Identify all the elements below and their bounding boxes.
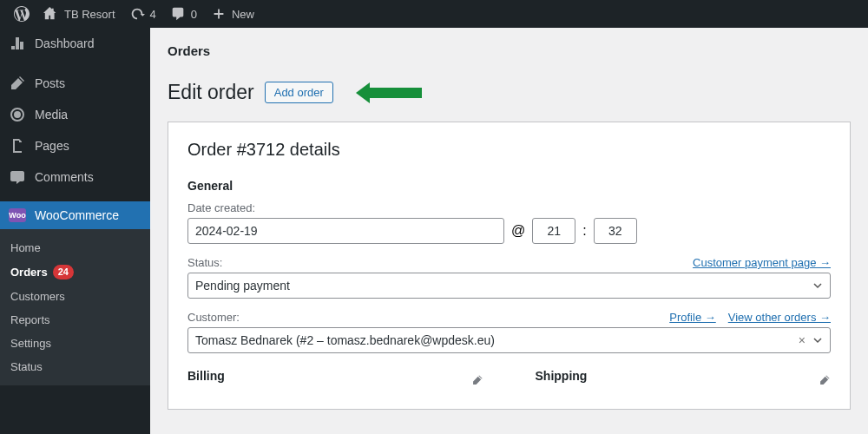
add-order-button[interactable]: Add order <box>265 82 333 103</box>
date-created-label: Date created: <box>187 201 831 214</box>
submenu-settings[interactable]: Settings <box>0 332 150 355</box>
customer-label: Customer: <box>187 311 240 324</box>
order-details-panel: Order #3712 details General Date created… <box>168 122 851 410</box>
menu-woocommerce[interactable]: Woo WooCommerce <box>0 201 150 229</box>
page-title: Edit order <box>168 81 254 104</box>
chevron-down-icon <box>812 335 823 345</box>
wp-logo[interactable] <box>7 0 36 28</box>
submenu-home[interactable]: Home <box>0 236 150 260</box>
hour-input[interactable] <box>532 218 575 244</box>
updates[interactable]: 4 <box>122 0 163 28</box>
breadcrumb: Orders <box>168 43 851 58</box>
date-created-input[interactable] <box>187 218 504 244</box>
edit-shipping-icon[interactable] <box>819 374 831 386</box>
status-label: Status: <box>187 256 222 269</box>
clear-customer-icon[interactable]: × <box>792 333 812 347</box>
menu-comments[interactable]: Comments <box>0 161 150 193</box>
at-symbol: @ <box>511 223 525 239</box>
admin-sidebar: Dashboard Posts Media Pages Comments Woo… <box>0 28 150 434</box>
menu-pages[interactable]: Pages <box>0 130 150 161</box>
menu-posts[interactable]: Posts <box>0 68 150 99</box>
view-other-orders-link[interactable]: View other orders → <box>728 311 831 324</box>
submenu-customers[interactable]: Customers <box>0 285 150 308</box>
billing-heading: Billing <box>187 369 225 383</box>
general-heading: General <box>187 179 831 193</box>
shipping-heading: Shipping <box>536 369 588 383</box>
submenu-status[interactable]: Status <box>0 355 150 378</box>
woocommerce-icon: Woo <box>9 208 26 222</box>
time-separator: : <box>582 223 586 239</box>
profile-link[interactable]: Profile → <box>669 311 715 324</box>
annotation-arrow <box>370 88 422 98</box>
minute-input[interactable] <box>594 218 637 244</box>
submenu-orders[interactable]: Orders 24 <box>0 260 150 285</box>
menu-dashboard[interactable]: Dashboard <box>0 28 150 59</box>
orders-count-badge: 24 <box>53 265 74 279</box>
customer-select[interactable]: Tomasz Bednarek (#2 – tomasz.bednarek@wp… <box>187 327 831 353</box>
status-select[interactable]: Pending payment <box>187 273 831 299</box>
customer-payment-page-link[interactable]: Customer payment page → <box>693 256 831 269</box>
edit-billing-icon[interactable] <box>471 374 483 386</box>
svg-point-0 <box>14 111 21 118</box>
submenu-reports[interactable]: Reports <box>0 308 150 332</box>
menu-media[interactable]: Media <box>0 99 150 130</box>
comments-bubble[interactable]: 0 <box>163 0 204 28</box>
site-name[interactable]: TB Resort <box>36 0 122 28</box>
new-content[interactable]: New <box>204 0 261 28</box>
chevron-down-icon <box>812 280 823 291</box>
panel-title: Order #3712 details <box>187 140 831 160</box>
